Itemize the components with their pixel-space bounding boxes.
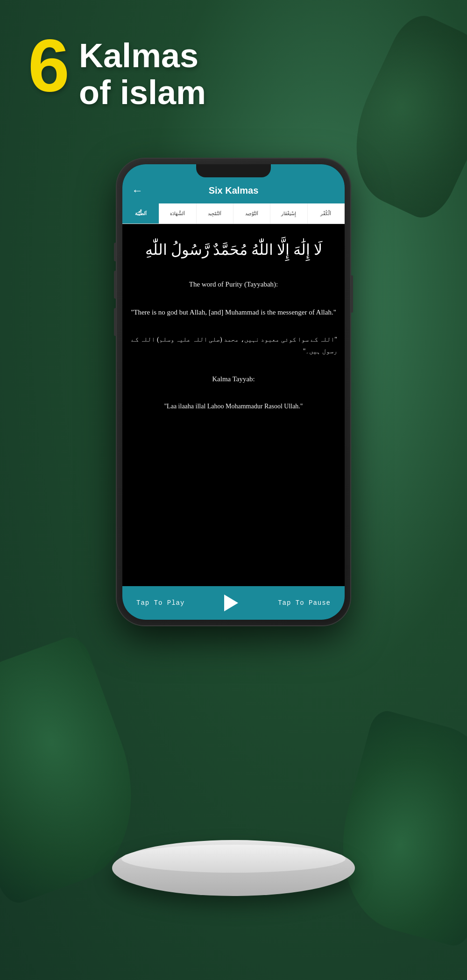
content-area: لَا إِلَٰهَ إِلَّا اللّٰهُ مُحَمَّدٌ رَّ… [122,224,345,586]
back-button[interactable]: ← [132,184,143,197]
header-section: 6 Kalmas of islam [28,28,206,111]
phone-notch [196,164,271,177]
english-quote: "There is no god but Allah, [and] Muhamm… [131,307,336,318]
kalma-title: Kalma Tayyab: [212,373,255,385]
volume-silent-button [114,243,116,261]
header-line1: Kalmas [79,37,206,74]
urdu-text: "اللہ کے سوا کوئی معبود نہیں، محمد (صلی … [130,334,337,357]
phone-wrapper: ← Six Kalmas اَلطَّيِّبَة اَلشَّهَادَة ا… [117,159,350,625]
tap-to-pause-label[interactable]: Tap To Pause [278,599,331,607]
play-icon[interactable] [224,595,238,611]
tab-shahadah[interactable]: اَلشَّهَادَة [159,203,196,224]
player-bar: Tap To Play Tap To Pause [122,586,345,620]
header-number: 6 [28,28,70,103]
tab-tawheed[interactable]: اَلتَّوْحِيد [234,203,270,224]
header-text: Kalmas of islam [79,28,206,111]
podium-inner [121,845,346,873]
english-title: The word of Purity (Tayyabah): [189,279,278,290]
volume-up-button [114,271,116,299]
header-line2: of islam [79,74,206,111]
tab-istighfar[interactable]: إِسْتِغْفَار [270,203,307,224]
tap-to-play-label[interactable]: Tap To Play [136,599,184,607]
tabs-bar: اَلطَّيِّبَة اَلشَّهَادَة اَلتَّمْجِيد ا… [122,203,345,224]
transliteration-text: "Laa ilaaha illal Lahoo Mohammadur Rasoo… [164,401,303,412]
app-title: Six Kalmas [209,185,259,196]
podium [112,840,355,896]
tab-tamjeed[interactable]: اَلتَّمْجِيد [197,203,234,224]
app-header: ← Six Kalmas [122,177,345,203]
volume-down-button [114,308,116,336]
tab-tayyabah[interactable]: اَلطَّيِّبَة [122,203,159,224]
leaf-right [321,707,467,949]
power-button [351,275,353,313]
arabic-text: لَا إِلَٰهَ إِلَّا اللّٰهُ مُحَمَّدٌ رَّ… [145,238,322,262]
phone-outer: ← Six Kalmas اَلطَّيِّبَة اَلشَّهَادَة ا… [117,159,350,625]
tab-kufr[interactable]: اَلْكُفْر [308,203,345,224]
phone-screen: ← Six Kalmas اَلطَّيِّبَة اَلشَّهَادَة ا… [122,164,345,620]
leaf-top-right [330,7,467,226]
